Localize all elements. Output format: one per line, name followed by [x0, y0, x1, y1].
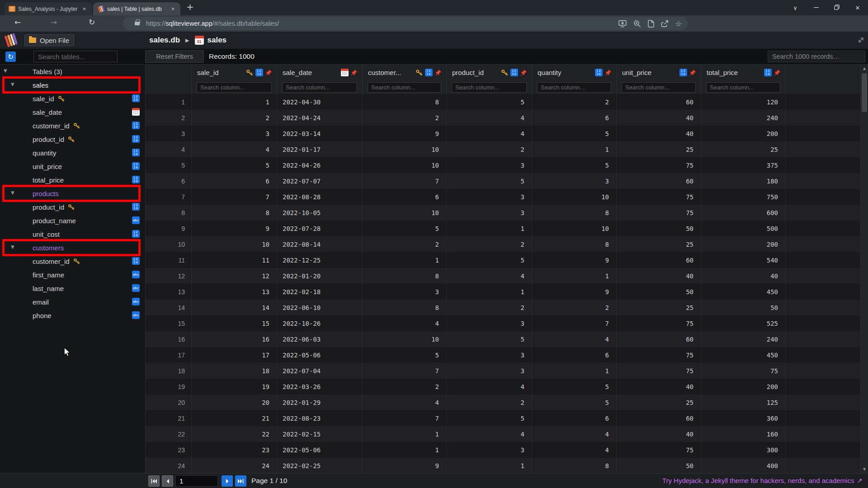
- cell-sale_date[interactable]: 2022-02-15: [277, 426, 363, 442]
- cell-total_price[interactable]: 25: [701, 141, 786, 157]
- cell-quantity[interactable]: 7: [532, 315, 617, 331]
- table-row[interactable]: 332022-03-1494540200: [146, 126, 860, 141]
- column-search-input-sale_date[interactable]: [282, 82, 357, 93]
- pin-column-icon[interactable]: [351, 69, 358, 76]
- cell-customer_id[interactable]: 7: [363, 173, 447, 189]
- url-field[interactable]: https://sqliteviewer.app/#/sales.db/tabl…: [123, 17, 688, 30]
- cell-total_price[interactable]: 450: [701, 284, 786, 300]
- cell-total_price[interactable]: 180: [701, 173, 786, 189]
- table-row[interactable]: 19192022-03-2624540200: [146, 379, 860, 394]
- cell-total_price[interactable]: 240: [701, 331, 786, 347]
- column-search-input-customer[interactable]: [368, 82, 441, 93]
- cell-sale_date[interactable]: 2022-07-04: [277, 363, 363, 379]
- cell-product_id[interactable]: 3: [447, 157, 532, 173]
- cell-total_price[interactable]: 540: [701, 252, 786, 268]
- open-file-button[interactable]: Open File: [24, 34, 74, 46]
- minimize-icon[interactable]: [806, 5, 826, 11]
- sidebar-table-products[interactable]: ▼products: [0, 187, 145, 200]
- cell-quantity[interactable]: 5: [532, 394, 617, 410]
- table-row[interactable]: 882022-10-05103875600: [146, 205, 860, 221]
- cell-product_id[interactable]: 4: [447, 110, 532, 126]
- cell-product_id[interactable]: 5: [447, 252, 532, 268]
- cell-unit_price[interactable]: 60: [617, 252, 701, 268]
- cell-sale_date[interactable]: 2022-07-07: [277, 173, 363, 189]
- cell-sale_id[interactable]: 5: [192, 157, 277, 173]
- browser-menu-chevron-icon[interactable]: ∨: [785, 5, 806, 11]
- cell-quantity[interactable]: 4: [532, 426, 617, 442]
- table-row[interactable]: 14142022-06-108222550: [146, 300, 860, 315]
- table-row[interactable]: 442022-01-1710212525: [146, 141, 860, 157]
- cell-customer_id[interactable]: 9: [363, 126, 447, 141]
- cell-customer_id[interactable]: 5: [363, 347, 447, 363]
- cell-unit_price[interactable]: 40: [617, 379, 701, 394]
- lock-icon[interactable]: [135, 22, 140, 25]
- cell-quantity[interactable]: 6: [532, 110, 617, 126]
- cell-total_price[interactable]: 125: [701, 394, 786, 410]
- cell-customer_id[interactable]: 2: [363, 379, 447, 394]
- cell-sale_id[interactable]: 12: [192, 268, 277, 284]
- page-number-input[interactable]: [175, 475, 218, 487]
- cell-quantity[interactable]: 6: [532, 410, 617, 426]
- cell-sale_id[interactable]: 18: [192, 363, 277, 379]
- cell-unit_price[interactable]: 60: [617, 410, 701, 426]
- cell-product_id[interactable]: 5: [447, 331, 532, 347]
- cell-sale_id[interactable]: 2: [192, 110, 277, 126]
- cell-unit_price[interactable]: 40: [617, 110, 701, 126]
- cell-quantity[interactable]: 2: [532, 94, 617, 110]
- cell-sale_date[interactable]: 2022-05-06: [277, 442, 363, 458]
- table-row[interactable]: 22222022-02-1514440160: [146, 426, 860, 442]
- cell-total_price[interactable]: 360: [701, 410, 786, 426]
- column-header-quantity[interactable]: quantity1234: [532, 65, 617, 80]
- cell-sale_date[interactable]: 2022-02-18: [277, 284, 363, 300]
- cell-product_id[interactable]: 5: [447, 410, 532, 426]
- sidebar-table-sales[interactable]: ▼sales: [0, 78, 145, 92]
- cell-quantity[interactable]: 5: [532, 379, 617, 394]
- cell-sale_date[interactable]: 2022-03-26: [277, 379, 363, 394]
- table-row[interactable]: 21212022-08-2375660360: [146, 410, 860, 426]
- cell-sale_id[interactable]: 23: [192, 442, 277, 458]
- cell-sale_date[interactable]: 2022-04-26: [277, 157, 363, 173]
- cell-unit_price[interactable]: 50: [617, 284, 701, 300]
- collapse-arrow-icon[interactable]: ▼: [11, 190, 14, 195]
- cell-quantity[interactable]: 6: [532, 347, 617, 363]
- bookmark-star-icon[interactable]: ☆: [675, 19, 682, 28]
- cell-product_id[interactable]: 4: [447, 268, 532, 284]
- cell-product_id[interactable]: 2: [447, 141, 532, 157]
- cell-customer_id[interactable]: 1: [363, 252, 447, 268]
- cell-sale_id[interactable]: 21: [192, 410, 277, 426]
- tab-close-icon[interactable]: ×: [81, 5, 88, 12]
- collapse-arrow-icon[interactable]: ▼: [4, 68, 7, 73]
- column-search-input-sale_id[interactable]: [197, 82, 272, 93]
- collapse-arrow-icon[interactable]: ▼: [11, 244, 14, 249]
- cell-customer_id[interactable]: 9: [363, 458, 447, 473]
- cell-total_price[interactable]: 200: [701, 126, 786, 141]
- table-row[interactable]: 772022-08-28631075750: [146, 189, 860, 205]
- table-row[interactable]: 992022-07-28511050500: [146, 221, 860, 236]
- cell-quantity[interactable]: 1: [532, 268, 617, 284]
- cell-sale_date[interactable]: 2022-08-14: [277, 236, 363, 252]
- cell-sale_id[interactable]: 11: [192, 252, 277, 268]
- cell-product_id[interactable]: 2: [447, 394, 532, 410]
- cell-sale_date[interactable]: 2022-07-28: [277, 221, 363, 236]
- table-row[interactable]: 20202022-01-2942525125: [146, 394, 860, 410]
- share-icon[interactable]: [661, 20, 669, 28]
- table-row[interactable]: 11112022-12-2515960540: [146, 252, 860, 268]
- cell-total_price[interactable]: 500: [701, 221, 786, 236]
- cell-sale_id[interactable]: 14: [192, 300, 277, 315]
- cell-product_id[interactable]: 4: [447, 126, 532, 141]
- zoom-icon[interactable]: [633, 20, 641, 28]
- cell-unit_price[interactable]: 60: [617, 94, 701, 110]
- cell-quantity[interactable]: 3: [532, 173, 617, 189]
- column-header-sale_date[interactable]: sale_date: [277, 65, 363, 80]
- cell-product_id[interactable]: 4: [447, 426, 532, 442]
- cell-product_id[interactable]: 3: [447, 189, 532, 205]
- table-row[interactable]: 10102022-08-1422825200: [146, 236, 860, 252]
- tab-close-icon[interactable]: ×: [170, 5, 176, 12]
- cell-total_price[interactable]: 160: [701, 426, 786, 442]
- column-header-unit_price[interactable]: unit_price1234: [617, 65, 701, 80]
- cell-sale_id[interactable]: 15: [192, 315, 277, 331]
- table-row[interactable]: 18182022-07-047317575: [146, 363, 860, 379]
- cell-sale_date[interactable]: 2022-06-03: [277, 331, 363, 347]
- cell-product_id[interactable]: 4: [447, 379, 532, 394]
- cell-quantity[interactable]: 1: [532, 363, 617, 379]
